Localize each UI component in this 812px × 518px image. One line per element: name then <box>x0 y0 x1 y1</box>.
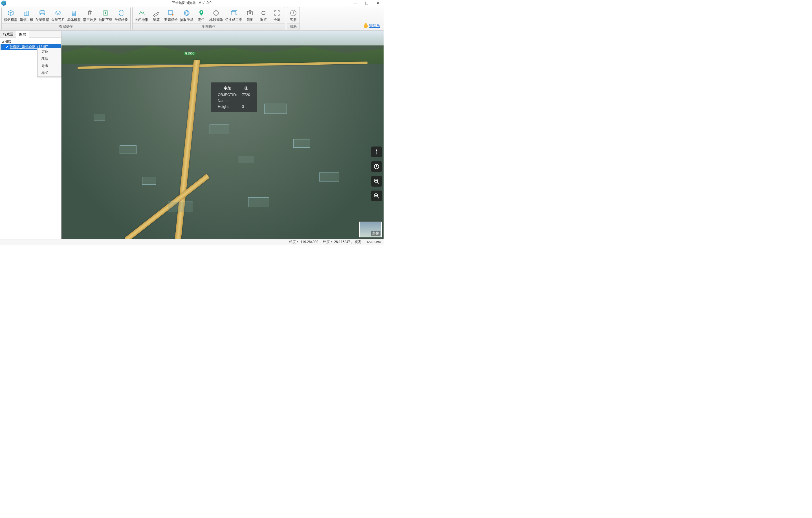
svg-line-14 <box>157 12 157 13</box>
svg-point-24 <box>249 12 251 14</box>
admin-link[interactable]: 管理员 <box>363 22 382 30</box>
ribbon-group-help: i 客服 帮助 <box>287 7 300 30</box>
zoom-out-button[interactable] <box>371 191 382 201</box>
tree-root[interactable]: ◢ 图层 <box>1 39 61 44</box>
support-button[interactable]: i 客服 <box>288 8 298 23</box>
fullscreen-icon <box>273 9 281 17</box>
reset-button[interactable]: 重置 <box>257 8 270 23</box>
ruler-icon <box>152 9 160 17</box>
ribbon-group-help-title: 帮助 <box>287 23 299 30</box>
status-lon-label: 经度： <box>289 240 299 244</box>
svg-rect-23 <box>248 11 253 15</box>
map-download-button[interactable]: 地图下载 <box>97 8 113 23</box>
coord-convert-button[interactable]: 坐标转换 <box>113 8 129 23</box>
ctx-style[interactable]: 样式 <box>37 70 61 77</box>
globe-toggle-button[interactable]: 地球显隐 <box>208 8 224 23</box>
ribbon-group-map-title: 地图操作 <box>133 23 285 30</box>
sidebar-tabs: 行政区 图层 <box>0 31 61 38</box>
ctx-export[interactable]: 导出 <box>37 62 61 70</box>
svg-point-3 <box>40 13 45 15</box>
clear-data-button[interactable]: 清空数据 <box>82 8 97 23</box>
map-viewport[interactable]: G1505 字段值 OBJECTID:7720 Name: Height:3 <box>61 31 384 239</box>
ribbon-group-data: 倾斜模型 建筑白模 矢量数据 矢量瓦片 单体模型 清空数据 <box>1 7 130 30</box>
vector-data-button[interactable]: 矢量数据 <box>34 8 50 23</box>
window-controls: ― ▢ ✕ <box>350 0 384 6</box>
tab-district[interactable]: 行政区 <box>0 31 17 37</box>
svg-line-33 <box>377 197 379 198</box>
svg-point-19 <box>185 10 188 16</box>
svg-line-12 <box>155 13 155 14</box>
info-header-field: 字段 <box>215 85 239 91</box>
trash-icon <box>86 9 94 17</box>
info-icon: i <box>289 9 297 17</box>
white-building-icon <box>23 9 30 17</box>
switch-2d-button[interactable]: 切换成二维 <box>224 8 243 23</box>
ctx-remove[interactable]: 移除 <box>37 55 61 62</box>
oblique-model-icon <box>7 9 14 17</box>
svg-line-29 <box>377 182 379 184</box>
status-bar: 经度： 119.264089， 纬度： 26.116847， 视高： 329.6… <box>0 239 384 245</box>
single-model-icon <box>70 9 78 17</box>
feature-info-popup: 字段值 OBJECTID:7720 Name: Height:3 <box>211 82 257 112</box>
close-button[interactable]: ✕ <box>372 0 384 6</box>
ctx-locate[interactable]: 定位 <box>37 48 61 55</box>
svg-rect-0 <box>24 12 26 16</box>
layer-checkbox[interactable] <box>5 45 9 49</box>
ribbon-toolbar: 倾斜模型 建筑白模 矢量数据 矢量瓦片 单体模型 清空数据 <box>0 6 384 30</box>
pick-coord-button[interactable]: 拾取坐标 <box>179 8 195 23</box>
minimize-button[interactable]: ― <box>350 0 361 6</box>
svg-rect-22 <box>231 11 236 15</box>
locate-button[interactable]: 定位 <box>195 8 208 23</box>
road-label: G1505 <box>184 52 196 55</box>
basemap-switcher[interactable]: 影像 <box>359 222 382 238</box>
info-header-value: 值 <box>240 85 253 91</box>
window-title: 三维地图浏览器 - V1.1.0.0 <box>172 1 211 5</box>
user-icon <box>364 24 368 28</box>
white-building-button[interactable]: 建筑白模 <box>19 8 34 23</box>
oblique-model-button[interactable]: 倾斜模型 <box>3 8 19 23</box>
globe-icon <box>212 9 220 17</box>
status-lat-value: 26.116847， <box>334 240 354 244</box>
screenshot-button[interactable]: 截图 <box>243 8 257 23</box>
svg-point-16 <box>172 14 173 16</box>
annotate-icon <box>167 9 175 17</box>
tab-layers[interactable]: 图层 <box>16 31 29 38</box>
status-lon-value: 119.264089， <box>300 240 321 244</box>
map-imagery: G1505 <box>61 31 384 239</box>
svg-rect-15 <box>168 10 172 15</box>
caret-down-icon: ◢ <box>1 40 4 43</box>
close-terrain-button[interactable]: 关闭地形 <box>134 8 149 23</box>
main-area: 行政区 图层 ◢ 图层 鼓楼区_建筑轮廓（13157） 定位 移除 导出 样式 <box>0 30 384 239</box>
history-button[interactable] <box>371 161 382 172</box>
vector-data-icon <box>38 9 46 17</box>
svg-point-18 <box>184 12 189 14</box>
status-alt-label: 视高： <box>354 240 365 244</box>
pin-icon <box>197 9 205 17</box>
ribbon-group-map: 关闭地形 量算 要素标绘 拾取坐标 定位 地球显隐 <box>132 7 285 30</box>
zoom-in-button[interactable] <box>371 176 382 187</box>
compass-button[interactable] <box>371 146 382 157</box>
reset-icon <box>259 9 267 17</box>
measure-button[interactable]: 量算 <box>149 8 163 23</box>
svg-point-17 <box>184 10 189 16</box>
terrain-icon <box>138 9 146 17</box>
convert-icon <box>117 9 125 17</box>
vector-tile-button[interactable]: 矢量瓦片 <box>50 8 66 23</box>
svg-text:i: i <box>293 11 294 15</box>
svg-point-20 <box>201 11 202 13</box>
download-icon <box>102 9 110 17</box>
single-model-button[interactable]: 单体模型 <box>66 8 82 23</box>
fullscreen-button[interactable]: 全屏 <box>270 8 284 23</box>
svg-point-2 <box>40 10 45 12</box>
ribbon-group-data-title: 数据操作 <box>2 23 130 30</box>
map-nav-controls <box>371 146 382 201</box>
maximize-button[interactable]: ▢ <box>361 0 372 6</box>
status-alt-value: 329.63km <box>366 240 381 244</box>
globe-pick-icon <box>183 9 191 17</box>
svg-rect-1 <box>26 11 28 16</box>
status-lat-label: 纬度： <box>323 240 333 244</box>
annotate-button[interactable]: 要素标绘 <box>163 8 179 23</box>
switch-2d-icon <box>230 9 237 17</box>
title-bar: 三维地图浏览器 - V1.1.0.0 ― ▢ ✕ <box>0 0 384 6</box>
app-icon <box>1 1 6 6</box>
